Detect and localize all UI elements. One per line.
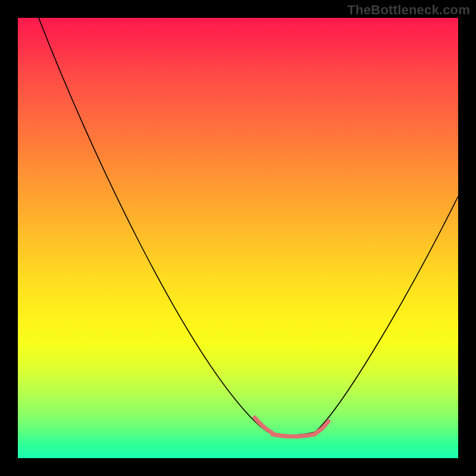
curve-layer — [18, 18, 458, 458]
curve-right — [315, 196, 458, 432]
plot-area — [18, 18, 458, 458]
accent-left — [255, 418, 273, 433]
chart-container: TheBottleneck.com — [0, 0, 476, 476]
accent-bottom — [273, 434, 314, 437]
watermark-text: TheBottleneck.com — [347, 2, 470, 18]
accent-right — [314, 421, 328, 434]
curve-left — [39, 18, 268, 432]
